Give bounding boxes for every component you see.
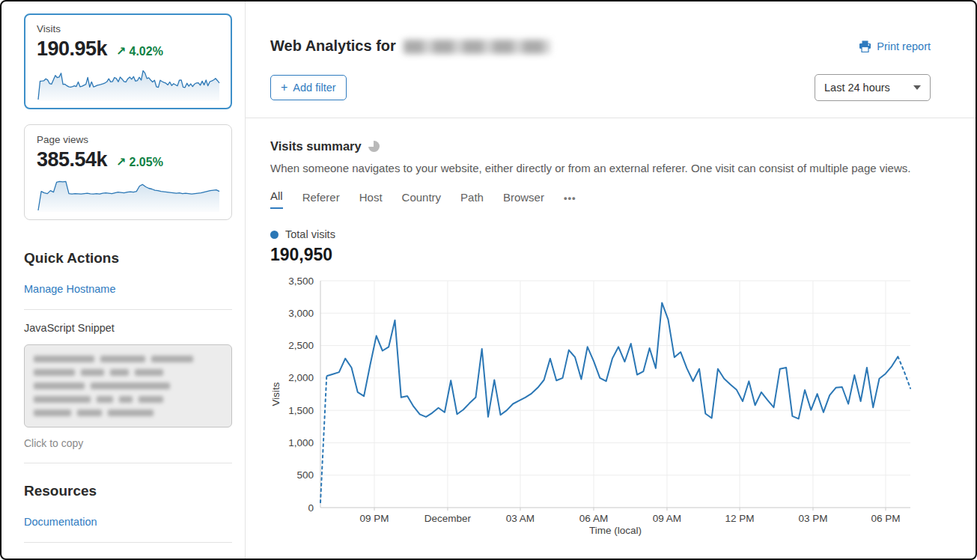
- sidebar: Visits 190.95k ↗ 4.02% Page views 385.54…: [24, 13, 232, 543]
- time-range-value: Last 24 hours: [824, 82, 890, 94]
- web-analytics-dashboard: Visits 190.95k ↗ 4.02% Page views 385.54…: [0, 0, 977, 560]
- chevron-down-icon: [913, 85, 921, 90]
- divider: [24, 309, 232, 310]
- svg-text:06 PM: 06 PM: [871, 513, 900, 524]
- svg-text:09 PM: 09 PM: [360, 513, 389, 524]
- metric-delta-value: 2.05%: [130, 156, 163, 169]
- svg-text:0: 0: [308, 502, 314, 514]
- svg-text:2,000: 2,000: [288, 372, 314, 383]
- site-domain-blurred: [404, 40, 550, 54]
- svg-text:Visits: Visits: [270, 382, 281, 406]
- visits-sparkline-chart: [37, 65, 221, 103]
- quick-actions-heading: Quick Actions: [24, 250, 232, 267]
- tab-country[interactable]: Country: [402, 191, 442, 209]
- svg-text:2,500: 2,500: [288, 340, 314, 351]
- tab-host[interactable]: Host: [359, 191, 383, 209]
- tab-browser[interactable]: Browser: [503, 191, 544, 209]
- documentation-link[interactable]: Documentation: [24, 516, 97, 528]
- tab-referer[interactable]: Referer: [302, 191, 340, 209]
- add-filter-button[interactable]: + Add filter: [270, 75, 347, 100]
- svg-text:03 AM: 03 AM: [506, 513, 535, 524]
- divider: [24, 542, 232, 543]
- javascript-snippet-label: JavaScript Snippet: [24, 322, 232, 334]
- svg-text:1,500: 1,500: [288, 405, 314, 416]
- plus-icon: +: [281, 82, 287, 94]
- tabs-more-button[interactable]: •••: [564, 192, 576, 209]
- trend-up-icon: ↗: [116, 44, 126, 58]
- svg-text:3,000: 3,000: [288, 308, 314, 319]
- divider: [24, 463, 232, 463]
- visits-summary-description: When someone navigates to your website, …: [270, 162, 931, 174]
- chart-legend: Total visits: [270, 228, 931, 240]
- tab-path[interactable]: Path: [460, 191, 484, 209]
- click-to-copy-hint: Click to copy: [24, 437, 232, 449]
- page-title: Web Analytics for: [270, 37, 550, 55]
- metric-label: Visits: [37, 23, 219, 34]
- visits-summary-title: Visits summary: [270, 139, 362, 153]
- svg-text:Time (local): Time (local): [589, 525, 642, 536]
- metric-label: Page views: [37, 134, 219, 145]
- main-panel: Web Analytics for Print report + Add fil…: [245, 1, 976, 559]
- trend-up-icon: ↗: [116, 155, 126, 169]
- pie-chart-icon: [368, 141, 380, 152]
- summary-tabs: All Referer Host Country Path Browser ••…: [270, 189, 931, 209]
- metric-delta-value: 4.02%: [130, 45, 163, 58]
- visits-time-series-chart[interactable]: 05001,0001,5002,0002,5003,0003,50009 PMD…: [270, 274, 923, 538]
- svg-text:3,500: 3,500: [288, 276, 314, 287]
- tab-all[interactable]: All: [270, 189, 283, 209]
- metric-value: 385.54k: [37, 148, 107, 171]
- legend-dot-icon: [270, 231, 279, 239]
- print-report-link[interactable]: Print report: [859, 40, 931, 52]
- svg-text:December: December: [424, 513, 472, 524]
- resources-heading: Resources: [24, 483, 232, 499]
- divider: [246, 118, 976, 118]
- printer-icon: [859, 40, 871, 52]
- legend-label: Total visits: [285, 228, 335, 240]
- svg-text:1,000: 1,000: [288, 437, 314, 448]
- svg-text:12 PM: 12 PM: [725, 513, 755, 524]
- svg-text:09 AM: 09 AM: [653, 513, 681, 524]
- metric-delta: ↗ 4.02%: [116, 44, 163, 58]
- svg-text:500: 500: [296, 469, 314, 481]
- svg-text:03 PM: 03 PM: [798, 513, 827, 524]
- metric-card-page-views[interactable]: Page views 385.54k ↗ 2.05%: [24, 124, 232, 220]
- manage-hostname-link[interactable]: Manage Hostname: [24, 283, 116, 295]
- page-views-sparkline-chart: [37, 176, 221, 213]
- svg-text:06 AM: 06 AM: [579, 513, 608, 524]
- metric-value: 190.95k: [37, 37, 107, 61]
- javascript-snippet-code-blurred[interactable]: [24, 344, 232, 427]
- time-range-select[interactable]: Last 24 hours: [815, 74, 931, 101]
- metric-card-visits[interactable]: Visits 190.95k ↗ 4.02%: [24, 13, 232, 109]
- metric-delta: ↗ 2.05%: [116, 155, 163, 169]
- total-visits-value: 190,950: [270, 245, 931, 265]
